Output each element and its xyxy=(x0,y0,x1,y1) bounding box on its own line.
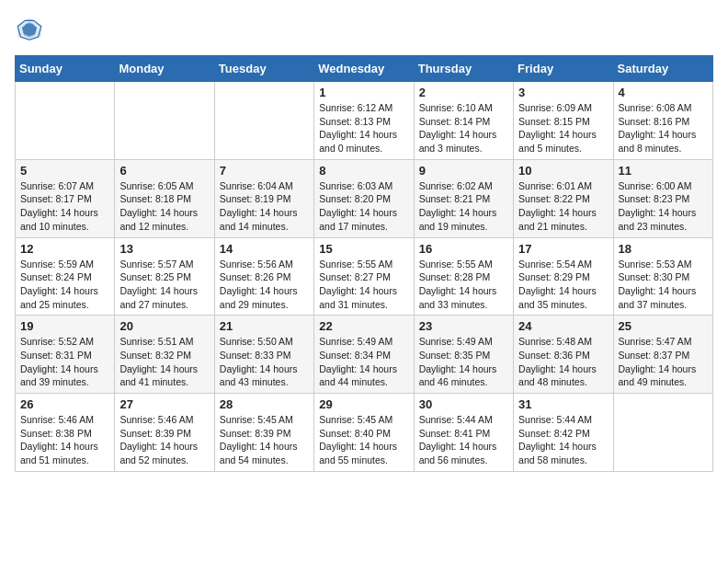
day-info: Sunrise: 5:49 AM Sunset: 8:34 PM Dayligh… xyxy=(319,335,408,389)
logo-icon xyxy=(15,15,44,44)
day-number: 6 xyxy=(119,164,209,178)
day-info: Sunrise: 5:47 AM Sunset: 8:37 PM Dayligh… xyxy=(619,335,708,389)
day-number: 23 xyxy=(419,319,508,333)
calendar-cell xyxy=(115,82,214,160)
day-of-week-header: Friday xyxy=(514,56,613,82)
calendar-cell: 17Sunrise: 5:54 AM Sunset: 8:29 PM Dayli… xyxy=(514,237,613,316)
calendar-cell xyxy=(214,82,313,160)
day-info: Sunrise: 5:59 AM Sunset: 8:24 PM Dayligh… xyxy=(20,258,109,312)
calendar-cell: 4Sunrise: 6:08 AM Sunset: 8:16 PM Daylig… xyxy=(613,82,712,160)
day-of-week-header: Saturday xyxy=(613,56,712,82)
day-info: Sunrise: 6:12 AM Sunset: 8:13 PM Dayligh… xyxy=(319,101,408,155)
day-of-week-header: Monday xyxy=(115,56,214,82)
calendar-cell: 8Sunrise: 6:03 AM Sunset: 8:20 PM Daylig… xyxy=(314,159,414,237)
day-number: 15 xyxy=(319,242,408,256)
calendar-cell: 19Sunrise: 5:52 AM Sunset: 8:31 PM Dayli… xyxy=(16,316,115,394)
calendar-cell: 18Sunrise: 5:53 AM Sunset: 8:30 PM Dayli… xyxy=(613,237,712,316)
day-number: 27 xyxy=(119,397,209,411)
day-info: Sunrise: 6:00 AM Sunset: 8:23 PM Dayligh… xyxy=(619,179,708,234)
calendar-cell xyxy=(613,394,712,472)
calendar-cell: 20Sunrise: 5:51 AM Sunset: 8:32 PM Dayli… xyxy=(115,316,214,394)
day-of-week-header: Tuesday xyxy=(214,56,313,82)
logo xyxy=(15,15,48,44)
day-number: 22 xyxy=(319,319,408,333)
day-info: Sunrise: 6:04 AM Sunset: 8:19 PM Dayligh… xyxy=(220,179,309,234)
day-number: 14 xyxy=(220,242,309,256)
day-number: 4 xyxy=(619,86,708,99)
calendar-cell: 28Sunrise: 5:45 AM Sunset: 8:39 PM Dayli… xyxy=(214,394,313,472)
day-info: Sunrise: 5:55 AM Sunset: 8:27 PM Dayligh… xyxy=(319,258,408,312)
calendar-table: SundayMondayTuesdayWednesdayThursdayFrid… xyxy=(15,55,713,472)
calendar-cell: 11Sunrise: 6:00 AM Sunset: 8:23 PM Dayli… xyxy=(613,159,712,237)
calendar-cell: 30Sunrise: 5:44 AM Sunset: 8:41 PM Dayli… xyxy=(414,394,513,472)
calendar-cell: 9Sunrise: 6:02 AM Sunset: 8:21 PM Daylig… xyxy=(414,159,513,237)
day-number: 9 xyxy=(419,164,508,178)
day-info: Sunrise: 6:09 AM Sunset: 8:15 PM Dayligh… xyxy=(518,101,608,155)
day-info: Sunrise: 6:01 AM Sunset: 8:22 PM Dayligh… xyxy=(518,179,608,234)
calendar-cell xyxy=(16,82,115,160)
calendar-cell: 5Sunrise: 6:07 AM Sunset: 8:17 PM Daylig… xyxy=(16,159,115,237)
day-info: Sunrise: 5:44 AM Sunset: 8:42 PM Dayligh… xyxy=(518,413,608,467)
day-number: 18 xyxy=(619,242,708,256)
day-number: 11 xyxy=(619,164,708,178)
day-info: Sunrise: 5:46 AM Sunset: 8:38 PM Dayligh… xyxy=(20,413,109,467)
day-number: 10 xyxy=(518,164,608,178)
calendar-week-row: 19Sunrise: 5:52 AM Sunset: 8:31 PM Dayli… xyxy=(16,316,713,394)
calendar-cell: 3Sunrise: 6:09 AM Sunset: 8:15 PM Daylig… xyxy=(514,82,613,160)
calendar-cell: 31Sunrise: 5:44 AM Sunset: 8:42 PM Dayli… xyxy=(514,394,613,472)
day-info: Sunrise: 5:54 AM Sunset: 8:29 PM Dayligh… xyxy=(518,258,608,312)
day-info: Sunrise: 5:44 AM Sunset: 8:41 PM Dayligh… xyxy=(419,413,508,467)
day-info: Sunrise: 5:56 AM Sunset: 8:26 PM Dayligh… xyxy=(220,258,309,312)
calendar-cell: 12Sunrise: 5:59 AM Sunset: 8:24 PM Dayli… xyxy=(16,237,115,316)
calendar-cell: 6Sunrise: 6:05 AM Sunset: 8:18 PM Daylig… xyxy=(115,159,214,237)
day-number: 2 xyxy=(419,86,508,99)
day-number: 30 xyxy=(419,397,508,411)
day-number: 13 xyxy=(119,242,209,256)
calendar-cell: 10Sunrise: 6:01 AM Sunset: 8:22 PM Dayli… xyxy=(514,159,613,237)
day-info: Sunrise: 5:49 AM Sunset: 8:35 PM Dayligh… xyxy=(419,335,508,389)
calendar-cell: 27Sunrise: 5:46 AM Sunset: 8:39 PM Dayli… xyxy=(115,394,214,472)
calendar-cell: 2Sunrise: 6:10 AM Sunset: 8:14 PM Daylig… xyxy=(414,82,513,160)
day-number: 26 xyxy=(20,397,109,411)
day-info: Sunrise: 5:50 AM Sunset: 8:33 PM Dayligh… xyxy=(220,335,309,389)
day-number: 1 xyxy=(319,86,408,99)
day-info: Sunrise: 5:46 AM Sunset: 8:39 PM Dayligh… xyxy=(119,413,209,467)
day-number: 25 xyxy=(619,319,708,333)
calendar-week-row: 5Sunrise: 6:07 AM Sunset: 8:17 PM Daylig… xyxy=(16,159,713,237)
day-info: Sunrise: 5:55 AM Sunset: 8:28 PM Dayligh… xyxy=(419,258,508,312)
day-info: Sunrise: 5:57 AM Sunset: 8:25 PM Dayligh… xyxy=(119,258,209,312)
day-info: Sunrise: 6:03 AM Sunset: 8:20 PM Dayligh… xyxy=(319,179,408,234)
day-info: Sunrise: 6:08 AM Sunset: 8:16 PM Dayligh… xyxy=(619,101,708,155)
calendar-cell: 7Sunrise: 6:04 AM Sunset: 8:19 PM Daylig… xyxy=(214,159,313,237)
day-info: Sunrise: 5:48 AM Sunset: 8:36 PM Dayligh… xyxy=(518,335,608,389)
day-info: Sunrise: 6:10 AM Sunset: 8:14 PM Dayligh… xyxy=(419,101,508,155)
day-number: 21 xyxy=(220,319,309,333)
day-info: Sunrise: 6:07 AM Sunset: 8:17 PM Dayligh… xyxy=(20,179,109,234)
day-number: 3 xyxy=(518,86,608,99)
day-number: 19 xyxy=(20,319,109,333)
day-number: 29 xyxy=(319,397,408,411)
day-number: 16 xyxy=(419,242,508,256)
calendar-cell: 23Sunrise: 5:49 AM Sunset: 8:35 PM Dayli… xyxy=(414,316,513,394)
day-info: Sunrise: 5:45 AM Sunset: 8:40 PM Dayligh… xyxy=(319,413,408,467)
day-info: Sunrise: 5:45 AM Sunset: 8:39 PM Dayligh… xyxy=(220,413,309,467)
day-number: 17 xyxy=(518,242,608,256)
day-info: Sunrise: 5:52 AM Sunset: 8:31 PM Dayligh… xyxy=(20,335,109,389)
day-number: 8 xyxy=(319,164,408,178)
day-info: Sunrise: 6:05 AM Sunset: 8:18 PM Dayligh… xyxy=(119,179,209,234)
calendar-week-row: 12Sunrise: 5:59 AM Sunset: 8:24 PM Dayli… xyxy=(16,237,713,316)
calendar-week-row: 26Sunrise: 5:46 AM Sunset: 8:38 PM Dayli… xyxy=(16,394,713,472)
day-number: 12 xyxy=(20,242,109,256)
day-number: 7 xyxy=(220,164,309,178)
page-header xyxy=(15,15,713,44)
calendar-cell: 15Sunrise: 5:55 AM Sunset: 8:27 PM Dayli… xyxy=(314,237,414,316)
day-number: 24 xyxy=(518,319,608,333)
calendar-cell: 16Sunrise: 5:55 AM Sunset: 8:28 PM Dayli… xyxy=(414,237,513,316)
day-info: Sunrise: 5:51 AM Sunset: 8:32 PM Dayligh… xyxy=(119,335,209,389)
calendar-cell: 14Sunrise: 5:56 AM Sunset: 8:26 PM Dayli… xyxy=(214,237,313,316)
calendar-cell: 13Sunrise: 5:57 AM Sunset: 8:25 PM Dayli… xyxy=(115,237,214,316)
calendar-header-row: SundayMondayTuesdayWednesdayThursdayFrid… xyxy=(16,56,713,82)
day-of-week-header: Sunday xyxy=(16,56,115,82)
day-number: 31 xyxy=(518,397,608,411)
calendar-week-row: 1Sunrise: 6:12 AM Sunset: 8:13 PM Daylig… xyxy=(16,82,713,160)
